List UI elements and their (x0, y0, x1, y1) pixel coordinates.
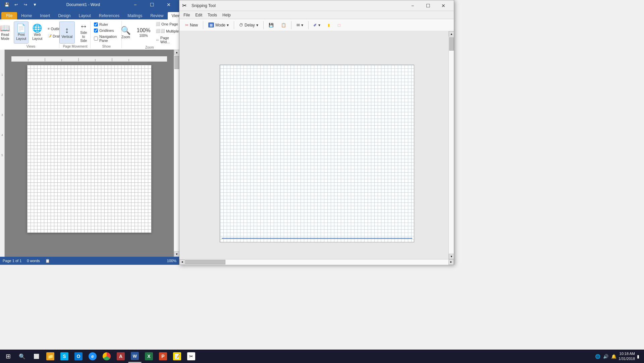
powerpoint-btn[interactable]: P (156, 350, 170, 363)
mode-icon: ▦ (208, 22, 214, 27)
mode-dropdown-arrow: ▾ (227, 23, 229, 27)
ie-icon: e (89, 352, 97, 360)
show-desktop-icon[interactable]: ▮ (636, 353, 640, 360)
snipping-taskbar-btn[interactable]: ✂ (184, 350, 198, 363)
snipping-vscrollbar[interactable]: ▲ ▼ (448, 31, 454, 259)
word-statusbar: Page 1 of 1 0 words 📋 100% (0, 257, 179, 265)
excel-btn[interactable]: X (142, 350, 156, 363)
btn-page-width[interactable]: ↔ Page Wid... (154, 35, 181, 45)
tab-file[interactable]: File (1, 12, 17, 19)
task-view-icon: ⬜ (34, 354, 39, 359)
sys-icons: 🌐 🔊 🔔 (594, 353, 617, 360)
network-icon[interactable]: 🌐 (594, 353, 601, 360)
chrome-btn[interactable] (100, 350, 113, 363)
word-maximize[interactable]: ☐ (144, 0, 160, 10)
snipping-delay-btn[interactable]: ⏱ Delay ▾ (236, 20, 261, 30)
outlook-btn[interactable]: O (72, 350, 85, 363)
btn-read-mode[interactable]: 📖 ReadMode (0, 21, 12, 44)
menu-edit[interactable]: Edit (193, 12, 205, 18)
qat-save[interactable]: 💾 (3, 1, 11, 9)
snipping-hscrollbar[interactable]: ◄ ► (179, 259, 454, 264)
snipping-content[interactable]: ▲ ▼ (179, 31, 454, 259)
qat-customize[interactable]: ▼ (31, 1, 39, 9)
tab-layout[interactable]: Layout (75, 12, 95, 19)
snipping-mode-btn[interactable]: ▦ Mode ▾ (205, 20, 232, 30)
pen-icon: ✏ (312, 22, 318, 28)
snipping-hscroll-right[interactable]: ► (448, 259, 454, 265)
btn-zoom[interactable]: 🔍 Zoom (118, 22, 133, 44)
notification-icon[interactable]: 🔔 (610, 353, 617, 360)
btn-vertical[interactable]: ↕ Vertical (59, 21, 75, 44)
word-vscrollbar[interactable]: ▲ ▼ (174, 50, 179, 257)
snipping-send-btn[interactable]: ✉ ▾ (293, 20, 306, 30)
skype-btn[interactable]: S (58, 350, 71, 363)
snipping-hscroll-thumb[interactable] (185, 260, 225, 264)
tab-insert[interactable]: Insert (36, 12, 54, 19)
word-scroll-up[interactable]: ▲ (174, 50, 179, 55)
word-scroll-down[interactable]: ▼ (174, 251, 179, 257)
snipping-scroll-track[interactable] (449, 37, 454, 254)
page-movement-label: Page Movement (63, 45, 88, 48)
ruler-mark-1: 1 (0, 73, 4, 93)
snipping-hscroll-left[interactable]: ◄ (179, 259, 185, 265)
menu-tools[interactable]: Tools (205, 12, 220, 18)
gridlines-checkbox[interactable] (94, 28, 98, 33)
print-layout-icon: 📄 (16, 24, 26, 32)
snipping-copy-btn[interactable]: 📋 (278, 20, 289, 30)
scissors-icon: ✂ (185, 23, 189, 27)
btn-one-page[interactable]: ⬜ One Page (154, 21, 181, 27)
tab-mailings[interactable]: Mailings (123, 12, 146, 19)
snipping-scroll-thumb[interactable] (449, 37, 454, 51)
file-explorer-btn[interactable]: 📁 (44, 350, 57, 363)
file-explorer-icon: 📁 (46, 352, 54, 360)
ruler-checkbox[interactable] (94, 22, 98, 26)
word-minimize[interactable]: − (127, 0, 143, 10)
menu-file[interactable]: File (181, 12, 193, 18)
word-doc-scroll[interactable] (5, 50, 174, 257)
btn-print-layout[interactable]: 📄 PrintLayout (14, 21, 29, 44)
tab-design[interactable]: Design (54, 12, 74, 19)
snipping-new-btn[interactable]: ✂ New (182, 20, 201, 30)
taskbar-time-date[interactable]: 10:18 AM 1/31/2018 (619, 351, 635, 362)
ruler-mark-4: 4 (0, 133, 4, 154)
btn-100[interactable]: 100% 100% (135, 22, 153, 44)
ie-btn[interactable]: e (86, 350, 99, 363)
ribbon-group-show: Ruler Gridlines Navigation Pane Show (91, 21, 122, 48)
access-btn[interactable]: A (114, 350, 127, 363)
sticky-notes-btn[interactable]: 📝 (170, 350, 184, 363)
tab-home[interactable]: Home (17, 12, 36, 19)
word-close[interactable]: ✕ (161, 0, 176, 10)
word-qat: 💾 ↩ ↪ ▼ Document1 - Word − ☐ ✕ (0, 0, 179, 9)
snipping-maximize[interactable]: ☐ (420, 0, 436, 11)
search-button[interactable]: 🔍 (15, 350, 29, 363)
qat-redo[interactable]: ↪ (21, 1, 30, 9)
snipping-eraser-btn[interactable]: ◻ (334, 20, 344, 30)
snipping-scroll-up[interactable]: ▲ (449, 31, 454, 37)
word-scroll-thumb[interactable] (174, 56, 179, 69)
snipping-new-label: New (190, 23, 198, 27)
navigation-pane-checkbox[interactable] (94, 37, 98, 41)
snipping-close[interactable]: ✕ (436, 0, 451, 11)
snipping-scroll-down[interactable]: ▼ (449, 254, 454, 259)
word-scroll-track[interactable] (174, 55, 179, 251)
snipping-highlighter-btn[interactable]: ▮ (325, 20, 333, 30)
snipping-menubar: File Edit Tools Help (179, 11, 454, 19)
start-button[interactable]: ⊞ (1, 350, 15, 363)
snipping-hscroll-track[interactable] (185, 259, 448, 265)
tab-review[interactable]: Review (146, 12, 167, 19)
btn-web-layout[interactable]: 🌐 WebLayout (30, 21, 45, 44)
tab-references[interactable]: References (95, 12, 123, 19)
qat-undo[interactable]: ↩ (12, 1, 20, 9)
word-taskbar-btn[interactable]: W (128, 350, 142, 363)
snipping-minimize[interactable]: − (405, 0, 420, 11)
snipping-pen-btn[interactable]: ✏ ▾ (311, 20, 323, 30)
btn-side-to-side[interactable]: ↔ Sideto Side (76, 21, 91, 44)
ribbon-tabs: File Home Insert Design Layout Reference… (0, 9, 179, 19)
word-page[interactable] (27, 65, 151, 233)
task-view-button[interactable]: ⬜ (30, 350, 43, 363)
btn-multiple-pages[interactable]: ⬜⬜ Multiple (154, 28, 181, 34)
word-taskbar-icon: W (131, 352, 139, 360)
menu-help[interactable]: Help (220, 12, 233, 18)
snipping-save-btn[interactable]: 💾 (266, 20, 277, 30)
volume-icon[interactable]: 🔊 (602, 353, 609, 360)
